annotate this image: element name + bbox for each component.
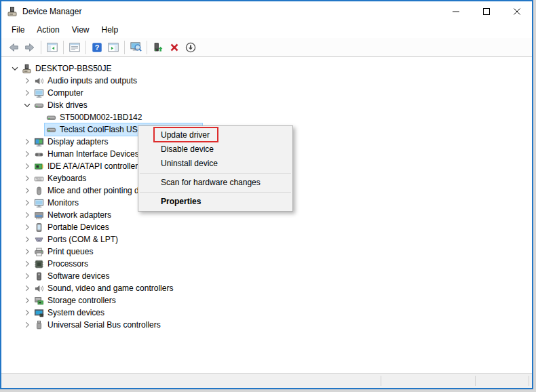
chevron-right-icon[interactable] [22,75,33,86]
menu-help[interactable]: Help [96,23,125,37]
tree-item-computer[interactable]: Computer [1,87,532,99]
chevron-right-icon[interactable] [22,210,33,220]
tree-item-label: Human Interface Devices [47,149,139,159]
chevron-placeholder [34,124,45,135]
disk-drive-icon [33,100,44,111]
status-bar-separator [475,376,476,386]
chevron-right-icon[interactable] [22,258,33,269]
chevron-right-icon[interactable] [22,136,33,147]
tree-item-label: Storage controllers [47,296,116,305]
cpu-chip-icon [33,258,44,269]
context-menu-item-uninstall-device[interactable]: Uninstall device [138,157,292,171]
maximize-button[interactable] [471,1,501,22]
tree-item-disk-drives[interactable]: Disk drives [1,99,532,111]
tree-item-label: Universal Serial Bus controllers [47,320,161,330]
tree-item-st500dm002[interactable]: ST500DM002-1BD142 [1,111,532,123]
tree-item-audio-inputs[interactable]: Audio inputs and outputs [1,75,532,87]
minimize-button[interactable] [440,1,471,22]
tree-item-sound-controllers[interactable]: Sound, video and game controllers [1,282,532,294]
chevron-right-icon[interactable] [22,271,33,281]
disk-drive-icon [45,112,56,123]
tree-item-label: Print queues [47,247,93,256]
chevron-right-icon[interactable] [22,222,33,233]
menu-file[interactable]: File [5,23,31,37]
context-menu-separator [140,173,291,174]
tree-item-label: Display adapters [47,137,108,146]
tree-item-label: Monitors [47,198,79,208]
context-menu-item-disable-device[interactable]: Disable device [138,142,292,157]
forward-icon [24,41,36,54]
context-menu-item-properties[interactable]: Properties [138,195,292,209]
tree-item-portable-devices[interactable]: Portable Devices [1,221,532,233]
tree-item-label: Audio inputs and outputs [47,76,137,85]
chevron-right-icon[interactable] [22,234,33,245]
menu-bar: File Action View Help [1,22,532,38]
help-button[interactable] [89,39,105,56]
computer-icon [21,63,32,74]
tree-item-print-queues[interactable]: Print queues [1,246,532,258]
storage-card-icon [33,295,44,306]
update-driver-button[interactable] [150,39,166,56]
forward-button[interactable] [22,39,38,56]
status-bar-separator [529,376,529,386]
chevron-right-icon[interactable] [22,185,33,196]
context-menu-item-scan-hardware[interactable]: Scan for hardware changes [138,176,292,190]
disk-drive-icon [45,124,56,135]
tree-item-storage-controllers[interactable]: Storage controllers [1,294,532,307]
chevron-right-icon[interactable] [22,161,33,172]
chevron-down-icon[interactable] [9,63,20,74]
action-pane-icon [107,41,119,54]
monitor-icon [33,197,44,208]
uninstall-device-button[interactable] [166,39,183,56]
chevron-right-icon[interactable] [22,246,33,257]
status-bar [1,373,532,388]
chevron-right-icon[interactable] [22,197,33,208]
speaker-icon [33,75,44,86]
disable-device-button[interactable] [183,39,199,56]
usb-plug-icon [33,319,44,330]
context-menu-separator [140,192,291,193]
network-card-icon [33,210,44,220]
chevron-right-icon[interactable] [22,319,33,330]
tree-item-processors[interactable]: Processors [1,258,532,270]
chevron-right-icon[interactable] [22,307,33,318]
tree-item-label: Portable Devices [47,222,109,232]
chevron-right-icon[interactable] [22,295,33,306]
tree-item-software-devices[interactable]: Software devices [1,270,532,282]
scan-computer-icon [130,41,142,54]
context-menu-item-update-driver[interactable]: Update driver [138,128,292,142]
chevron-right-icon[interactable] [22,87,33,98]
software-device-icon [33,271,44,281]
menu-view[interactable]: View [66,23,96,37]
monitor-icon [33,87,44,98]
show-console-tree-button[interactable] [44,39,60,56]
menu-action[interactable]: Action [31,23,65,37]
tree-item-usb-controllers[interactable]: Universal Serial Bus controllers [1,319,532,331]
gamepad-icon [33,149,44,159]
close-button[interactable] [501,1,532,22]
tree-item-label: IDE ATA/ATAPI controllers [47,161,142,171]
show-action-pane-button[interactable] [105,39,121,56]
chevron-right-icon[interactable] [22,149,33,159]
port-connector-icon [33,234,44,245]
chevron-right-icon[interactable] [22,283,33,294]
tree-item-label: Ports (COM & LPT) [47,235,118,244]
tree-item-label: System devices [47,308,104,317]
update-driver-icon [152,41,164,54]
chevron-down-icon[interactable] [22,100,33,111]
chevron-right-icon[interactable] [22,173,33,184]
ide-chip-icon [33,161,44,172]
tree-item-desktop[interactable]: DESKTOP-BBS50JE [1,62,532,75]
close-icon [514,8,520,15]
properties-button[interactable] [66,39,83,56]
tree-item-label: Sound, video and game controllers [47,283,173,293]
speaker-icon [33,283,44,294]
chevron-placeholder [34,112,45,123]
device-manager-icon [7,6,18,17]
device-tree: DESKTOP-BBS50JE Audio inputs and outputs… [1,57,532,373]
scan-remote-computer-button[interactable] [128,39,144,56]
tree-item-label: Network adapters [47,210,111,220]
tree-item-ports[interactable]: Ports (COM & LPT) [1,233,532,246]
tree-item-system-devices[interactable]: System devices [1,307,532,319]
back-button[interactable] [5,39,22,56]
